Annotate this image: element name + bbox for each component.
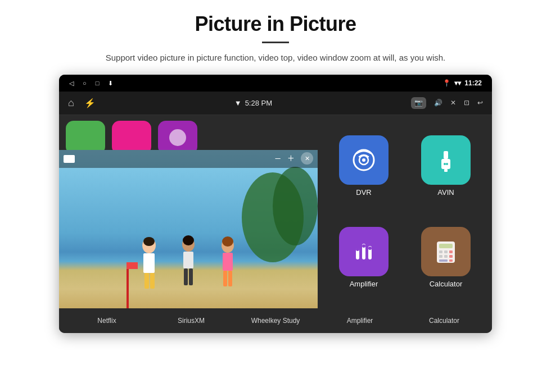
svg-rect-9	[184, 268, 188, 285]
nav-bar-left: ⌂ ⚡	[68, 97, 96, 109]
svg-rect-19	[127, 262, 138, 269]
svg-marker-21	[71, 156, 75, 162]
svg-point-33	[356, 248, 359, 251]
svg-rect-12	[223, 253, 233, 271]
avin-label: AVIN	[437, 188, 454, 197]
amplifier-bottom-label: Amplifier	[332, 317, 388, 325]
svg-rect-10	[189, 268, 193, 285]
pip-cam-icon	[64, 155, 75, 163]
device-frame: ◁ ○ □ ⬇ 📍 ▾▾ 11:22 ⌂ ⚡ ▼ 5:28 PM 📷	[59, 75, 492, 333]
avin-app-icon[interactable]	[421, 135, 471, 185]
calculator-app-cell[interactable]: Calculator	[409, 216, 483, 299]
amplifier-app-cell[interactable]: Amplifier	[327, 216, 401, 299]
siriusxm-app-icon[interactable]	[112, 121, 151, 154]
svg-rect-20	[64, 156, 71, 162]
calculator-label: Calculator	[430, 280, 463, 288]
beach-scene	[59, 150, 318, 308]
download-icon: ⬇	[108, 80, 113, 87]
svg-rect-6	[150, 273, 155, 289]
svg-rect-37	[439, 244, 453, 248]
amplifier-label: Amplifier	[350, 280, 378, 288]
svg-rect-45	[449, 259, 453, 262]
svg-point-17	[222, 236, 233, 247]
svg-point-28	[444, 163, 446, 165]
svg-rect-5	[144, 273, 149, 289]
home-nav-icon[interactable]: ○	[83, 80, 87, 86]
pip-minus-btn[interactable]: −	[274, 153, 281, 164]
calculator-bottom-label: Calculator	[416, 317, 472, 325]
nav-time: 5:28 PM	[245, 99, 272, 107]
pip-plus-btn[interactable]: +	[288, 153, 294, 164]
page-title: Picture in Picture	[195, 12, 356, 36]
home-icon[interactable]: ⌂	[68, 97, 74, 109]
svg-rect-42	[444, 255, 448, 258]
volume-icon[interactable]: 🔊	[434, 99, 442, 107]
svg-rect-43	[449, 255, 453, 258]
amplifier-app-icon[interactable]	[339, 227, 389, 276]
status-bar-left: ◁ ○ □ ⬇	[69, 80, 113, 87]
svg-point-15	[143, 237, 155, 246]
recents-nav-icon[interactable]: □	[96, 80, 100, 86]
back-nav-icon[interactable]: ◁	[69, 80, 74, 87]
svg-rect-38	[439, 250, 442, 253]
svg-point-16	[183, 235, 194, 245]
svg-rect-40	[449, 250, 453, 253]
wifi-signal-icon: ▼	[234, 99, 242, 107]
wifi-icon: ▾▾	[454, 79, 461, 87]
nav-bar: ⌂ ⚡ ▼ 5:28 PM 📷 🔊 ✕ ⊡ ↩	[59, 92, 492, 115]
camera-icon[interactable]: 📷	[411, 97, 426, 109]
calculator-app-icon[interactable]	[421, 227, 471, 276]
svg-point-2	[273, 167, 318, 245]
svg-rect-41	[439, 255, 442, 258]
svg-rect-14	[228, 271, 232, 286]
svg-rect-8	[183, 252, 193, 268]
netflix-bottom-label: Netflix	[79, 317, 135, 325]
status-bar: ◁ ○ □ ⬇ 📍 ▾▾ 11:22	[59, 75, 492, 92]
usb-icon: ⚡	[84, 98, 96, 108]
status-bar-right: 📍 ▾▾ 11:22	[442, 79, 482, 87]
page-subtitle: Support video picture in picture functio…	[106, 51, 445, 65]
watermark: YCZ99	[295, 308, 312, 308]
svg-rect-13	[223, 271, 227, 286]
netflix-app-icon[interactable]	[66, 121, 105, 154]
svg-rect-4	[143, 253, 155, 273]
svg-rect-25	[444, 151, 448, 159]
wheelkey-bottom-label: Wheelkey Study	[247, 317, 304, 325]
location-icon: 📍	[442, 79, 451, 87]
avin-app-cell[interactable]: AVIN	[409, 124, 483, 208]
svg-rect-44	[439, 259, 448, 262]
back-icon[interactable]: ↩	[477, 99, 483, 107]
svg-point-24	[362, 158, 365, 162]
close-icon[interactable]: ✕	[450, 99, 456, 107]
page-wrapper: Picture in Picture Support video picture…	[0, 0, 551, 392]
pip-overlay: − + ✕	[59, 150, 318, 168]
pip-area: − + ✕ ⏮ ▶ ⏭ YCZ99	[59, 115, 318, 308]
svg-rect-27	[444, 169, 448, 172]
dvr-app-icon[interactable]	[339, 135, 389, 185]
siriusxm-bottom-label: SiriusXM	[163, 317, 219, 325]
bottom-labels: Netflix SiriusXM Wheelkey Study Amplifie…	[59, 308, 492, 333]
svg-rect-39	[444, 250, 448, 253]
apps-grid: DVR AVIN	[318, 115, 492, 308]
status-time: 11:22	[464, 79, 482, 87]
dvr-app-cell[interactable]: DVR	[327, 124, 401, 208]
pip-video[interactable]: − + ✕ ⏮ ▶ ⏭ YCZ99	[59, 150, 318, 308]
main-content: − + ✕ ⏮ ▶ ⏭ YCZ99	[59, 115, 492, 308]
dvr-label: DVR	[356, 188, 371, 197]
pip-close-btn[interactable]: ✕	[301, 152, 313, 165]
svg-point-29	[446, 163, 448, 165]
wifi-time-area: ▼ 5:28 PM	[234, 99, 272, 107]
window-icon[interactable]: ⊡	[464, 99, 469, 107]
svg-point-35	[368, 247, 372, 250]
pip-controls: − + ✕	[274, 152, 313, 165]
nav-bar-right: 📷 🔊 ✕ ⊡ ↩	[411, 97, 483, 109]
wheelkey-app-icon[interactable]	[158, 121, 197, 154]
svg-point-34	[362, 244, 365, 248]
svg-rect-18	[127, 262, 129, 308]
title-divider	[262, 42, 289, 43]
